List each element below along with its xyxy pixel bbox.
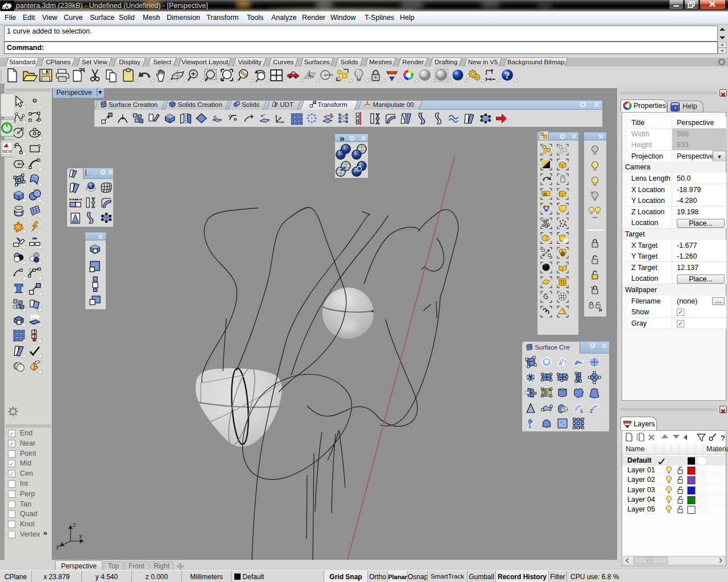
svg-text:y: y [56, 543, 60, 550]
svg-text:NEW: NEW [3, 149, 13, 153]
svg-text:2: 2 [590, 408, 593, 414]
svg-text:z: z [73, 521, 76, 528]
svg-text:?: ? [674, 106, 677, 111]
svg-text:?: ? [505, 70, 510, 81]
svg-text:»: » [598, 305, 602, 314]
svg-text:?: ? [721, 434, 725, 442]
svg-text:x: x [79, 533, 82, 539]
svg-text:1: 1 [580, 408, 583, 414]
svg-text:ID: ID [543, 192, 547, 196]
